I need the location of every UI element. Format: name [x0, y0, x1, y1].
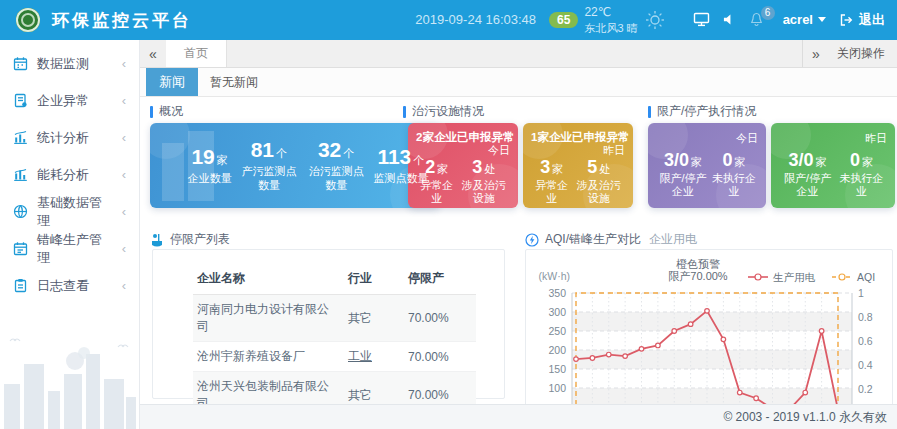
copyright-text: © 2003 - 2019 v1.1.0 永久有效 — [723, 409, 887, 426]
pollution-today-card: 2家企业已申报异常 今日 2家 异常企业 3处 涉及治污设施 — [408, 123, 518, 208]
dashboard-content: 概况 治污设施情况 限产/停产执行情况 19家 企业数量 81个 产污监测点数量 — [140, 97, 897, 404]
globe-icon — [13, 204, 28, 219]
tab-home-label: 首页 — [184, 45, 208, 62]
title-bar-accent — [150, 106, 153, 118]
svg-text:生产用电: 生产用电 — [773, 271, 816, 283]
cell-limit-percent: 70.00% — [404, 372, 476, 405]
cell-enterprise-name: 河南同力电力设计有限公司 — [193, 295, 344, 342]
title-bar-accent — [403, 106, 406, 118]
sidebar: 数据监测 ‹ 企业异常 ‹ 统计分析 ‹ 能耗分析 ‹ 基础数据管理 ‹ — [0, 40, 140, 429]
stat-nonexecuting-enterprises: 0家 未执行企业 — [836, 151, 887, 198]
stat-limited-enterprises: 3/0家 限产/停产企业 — [779, 151, 836, 198]
title-bar-accent — [648, 106, 651, 118]
tab-home[interactable]: 首页 — [166, 40, 227, 67]
app-root: 环保监控云平台 2019-09-24 16:03:48 65 22℃ 东北风3 … — [0, 0, 897, 429]
chevron-left-icon: ‹ — [122, 204, 126, 219]
section-title-production-limit: 限产/停产执行情况 — [648, 103, 756, 120]
svg-text:限产70.00%: 限产70.00% — [668, 270, 728, 282]
section-title-limit-list: 停限产列表 — [150, 231, 230, 248]
top-header: 环保监控云平台 2019-09-24 16:03:48 65 22℃ 东北风3 … — [0, 0, 897, 40]
sidebar-item-peak-production[interactable]: 错峰生产管理 ‹ — [0, 230, 139, 267]
aqi-value-badge: 65 — [549, 12, 578, 28]
sun-icon — [644, 9, 666, 31]
clipboard-icon — [13, 278, 28, 293]
speaker-icon[interactable] — [723, 13, 736, 26]
tabs-scroll-right-icon[interactable]: » — [803, 40, 829, 67]
cell-enterprise-name: 沧州天兴包装制品有限公司 — [193, 372, 344, 405]
col-header-enterprise: 企业名称 — [193, 263, 344, 295]
svg-text:0.4: 0.4 — [858, 359, 873, 371]
logout-button[interactable]: 退出 — [839, 11, 885, 29]
calendar-icon — [13, 241, 28, 256]
weather-text: 22℃ 东北风3 晴 — [584, 5, 637, 35]
wind-text: 东北风3 — [584, 22, 623, 34]
notification-count-badge: 6 — [761, 6, 775, 20]
svg-text:0.6: 0.6 — [858, 335, 873, 347]
svg-text:橙色预警: 橙色预警 — [676, 258, 720, 270]
stat-abnormal-enterprises: 2家 异常企业 — [416, 158, 457, 205]
svg-text:0.2: 0.2 — [858, 383, 873, 395]
sidebar-item-log-view[interactable]: 日志查看 ‹ — [0, 267, 139, 304]
card-period: 今日 — [416, 144, 510, 157]
stat-pollution-points: 81个 产污监测点数量 — [239, 139, 299, 193]
chevron-left-icon: ‹ — [122, 93, 126, 108]
podium-icon — [150, 233, 164, 247]
footer-bar: © 2003 - 2019 v1.1.0 永久有效 — [140, 404, 897, 429]
section-title-overview: 概况 — [150, 103, 183, 120]
news-empty-message: 暂无新闻 — [198, 68, 270, 96]
monitor-icon[interactable] — [693, 12, 710, 27]
cell-limit-percent: 70.00% — [404, 295, 476, 342]
sidebar-item-base-data[interactable]: 基础数据管理 ‹ — [0, 193, 139, 230]
svg-text:300: 300 — [548, 306, 566, 318]
sidebar-item-label: 数据监测 — [37, 55, 89, 73]
cell-industry: 其它 — [344, 295, 404, 342]
overview-stats-card: 19家 企业数量 81个 产污监测点数量 32个 治污监测点数量 113个 — [150, 123, 440, 208]
table-row[interactable]: 沧州宇新养殖设备厂 工业 70.00% — [193, 342, 476, 372]
header-left: 环保监控云平台 — [16, 8, 192, 32]
table-row[interactable]: 沧州天兴包装制品有限公司 其它 70.00% — [193, 372, 476, 405]
cell-industry: 其它 — [344, 372, 404, 405]
tab-news[interactable]: 新闻 — [146, 68, 198, 96]
lightning-icon — [525, 233, 539, 247]
header-right: 2019-09-24 16:03:48 65 22℃ 东北风3 晴 6 — [415, 5, 885, 35]
col-header-limit: 停限产 — [404, 263, 476, 295]
weather-widget: 65 22℃ 东北风3 晴 — [549, 5, 666, 35]
platform-logo-icon — [16, 8, 40, 32]
stat-treatment-points: 32个 治污监测点数量 — [306, 139, 366, 193]
sidebar-item-label: 企业异常 — [37, 92, 89, 110]
app-title: 环保监控云平台 — [52, 9, 192, 32]
limit-list-card: 企业名称 行业 停限产 河南同力电力设计有限公司 其它 70.00% — [152, 249, 505, 399]
svg-text:350: 350 — [548, 287, 566, 299]
bar-chart-icon — [13, 130, 28, 145]
table-row[interactable]: 河南同力电力设计有限公司 其它 70.00% — [193, 295, 476, 342]
sidebar-item-label: 日志查看 — [37, 277, 89, 295]
tabs-scroll-left-icon[interactable]: « — [140, 40, 166, 67]
sidebar-item-statistics[interactable]: 统计分析 ‹ — [0, 119, 139, 156]
sidebar-item-energy-analysis[interactable]: 能耗分析 ‹ — [0, 156, 139, 193]
cell-enterprise-name: 沧州宇新养殖设备厂 — [193, 342, 344, 372]
sidebar-item-data-monitoring[interactable]: 数据监测 ‹ — [0, 45, 139, 82]
logout-label: 退出 — [859, 11, 885, 29]
sidebar-item-enterprise-exception[interactable]: 企业异常 ‹ — [0, 82, 139, 119]
user-menu[interactable]: acrel — [783, 12, 826, 27]
card-period: 昨日 — [779, 132, 887, 145]
cell-industry-link[interactable]: 工业 — [344, 342, 404, 372]
stat-abnormal-enterprises: 3家 异常企业 — [531, 158, 572, 205]
stat-involved-facilities: 3处 涉及治污设施 — [457, 158, 510, 205]
sidebar-item-label: 能耗分析 — [37, 166, 89, 184]
condition-text: 晴 — [627, 22, 638, 34]
svg-text:AQI: AQI — [857, 271, 875, 283]
svg-text:100: 100 — [548, 382, 566, 394]
limit-yesterday-card: 昨日 3/0家 限产/停产企业 0家 未执行企业 — [771, 123, 895, 208]
notifications-bell[interactable]: 6 — [749, 12, 764, 27]
table-header-row: 企业名称 行业 停限产 — [193, 263, 476, 295]
chevron-left-icon: ‹ — [122, 167, 126, 182]
stat-involved-facilities: 5处 涉及治污设施 — [572, 158, 625, 205]
temperature-text: 22℃ — [584, 5, 637, 21]
chevron-left-icon: ‹ — [122, 241, 126, 256]
svg-text:(kW·h): (kW·h) — [539, 270, 571, 282]
stat-nonexecuting-enterprises: 0家 未执行企业 — [710, 151, 758, 198]
close-operations-menu[interactable]: 关闭操作 — [829, 40, 897, 67]
chevron-left-icon: ‹ — [122, 56, 126, 71]
svg-text:200: 200 — [548, 344, 566, 356]
